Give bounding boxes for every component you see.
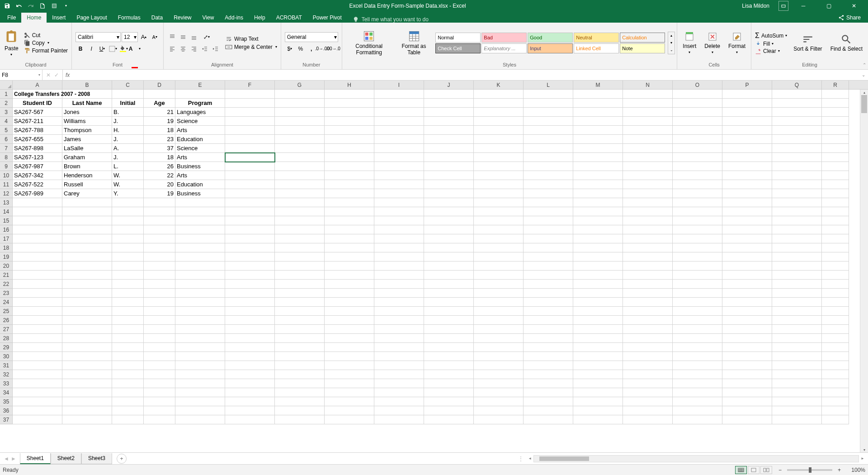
cell-N23[interactable] [623, 289, 673, 298]
save-icon[interactable] [4, 2, 11, 10]
cell-B8[interactable]: Graham [62, 153, 112, 162]
style-explanatory[interactable]: Explanatory ... [481, 43, 527, 53]
cell-L18[interactable] [524, 243, 573, 252]
cell-R34[interactable] [822, 388, 849, 397]
cell-F35[interactable] [225, 397, 275, 406]
cell-B29[interactable] [62, 343, 112, 352]
cell-Q11[interactable] [772, 180, 822, 189]
cell-R3[interactable] [822, 108, 849, 117]
cell-K20[interactable] [474, 261, 524, 271]
cell-G5[interactable] [275, 126, 325, 135]
cell-R6[interactable] [822, 135, 849, 144]
cell-F15[interactable] [225, 216, 275, 225]
cell-N30[interactable] [623, 352, 673, 361]
align-left-icon[interactable] [167, 44, 177, 54]
cell-F1[interactable] [225, 90, 275, 99]
scroll-up-icon[interactable]: ▴ [860, 90, 868, 95]
cell-G35[interactable] [275, 397, 325, 406]
cancel-formula-icon[interactable]: ✕ [46, 72, 51, 78]
cell-R1[interactable] [822, 90, 849, 99]
row-header-10[interactable]: 10 [0, 171, 13, 180]
cell-R27[interactable] [822, 325, 849, 334]
cell-B4[interactable]: Williams [62, 117, 112, 126]
ribbon-tab-insert[interactable]: Insert [47, 13, 71, 23]
cell-Q32[interactable] [772, 370, 822, 379]
cell-K30[interactable] [474, 352, 524, 361]
cell-I2[interactable] [374, 99, 424, 108]
cell-Q27[interactable] [772, 325, 822, 334]
align-middle-icon[interactable] [178, 32, 188, 42]
cell-L35[interactable] [524, 397, 573, 406]
close-button[interactable]: ✕ [844, 0, 864, 11]
cell-K31[interactable] [474, 361, 524, 370]
cell-E24[interactable] [175, 298, 225, 307]
cell-M5[interactable] [573, 126, 623, 135]
new-file-icon[interactable] [39, 2, 46, 10]
cell-I7[interactable] [374, 144, 424, 153]
cell-A8[interactable]: SA267-123 [13, 153, 62, 162]
cell-H20[interactable] [325, 261, 374, 271]
cell-O6[interactable] [673, 135, 722, 144]
cell-P20[interactable] [722, 261, 772, 271]
cell-C12[interactable]: Y. [112, 189, 144, 198]
cell-J29[interactable] [424, 343, 474, 352]
cell-R8[interactable] [822, 153, 849, 162]
cell-J9[interactable] [424, 162, 474, 171]
cell-D28[interactable] [144, 334, 175, 343]
cell-K12[interactable] [474, 189, 524, 198]
cell-L3[interactable] [524, 108, 573, 117]
cell-F27[interactable] [225, 325, 275, 334]
cell-M36[interactable] [573, 406, 623, 415]
cell-J3[interactable] [424, 108, 474, 117]
cell-R28[interactable] [822, 334, 849, 343]
cell-C11[interactable]: W. [112, 180, 144, 189]
cell-E8[interactable]: Arts [175, 153, 225, 162]
col-header-G[interactable]: G [275, 81, 325, 89]
cell-P4[interactable] [722, 117, 772, 126]
cell-F14[interactable] [225, 207, 275, 216]
zoom-percent[interactable]: 100% [843, 467, 865, 473]
cell-N6[interactable] [623, 135, 673, 144]
cell-N2[interactable] [623, 99, 673, 108]
cell-O3[interactable] [673, 108, 722, 117]
cell-N4[interactable] [623, 117, 673, 126]
cell-R13[interactable] [822, 198, 849, 207]
cell-B17[interactable] [62, 234, 112, 243]
tell-me-search[interactable]: Tell me what you want to do [347, 16, 434, 23]
decrease-indent-icon[interactable] [200, 44, 210, 54]
cell-A9[interactable]: SA267-987 [13, 162, 62, 171]
ribbon-tab-data[interactable]: Data [146, 13, 168, 23]
cell-A27[interactable] [13, 325, 62, 334]
cell-O31[interactable] [673, 361, 722, 370]
cell-B2[interactable]: Last Name [62, 99, 112, 108]
cell-M13[interactable] [573, 198, 623, 207]
cell-N3[interactable] [623, 108, 673, 117]
cell-F9[interactable] [225, 162, 275, 171]
cell-I15[interactable] [374, 216, 424, 225]
style-input[interactable]: Input [528, 43, 573, 53]
col-header-I[interactable]: I [374, 81, 424, 89]
cell-O30[interactable] [673, 352, 722, 361]
cell-I10[interactable] [374, 171, 424, 180]
cell-R5[interactable] [822, 126, 849, 135]
cell-K4[interactable] [474, 117, 524, 126]
cell-M25[interactable] [573, 307, 623, 316]
cell-P13[interactable] [722, 198, 772, 207]
cell-I28[interactable] [374, 334, 424, 343]
cell-styles-gallery[interactable]: NormalBadGoodNeutralCalculationCheck Cel… [434, 31, 667, 55]
cell-C22[interactable] [112, 280, 144, 289]
cell-Q26[interactable] [772, 316, 822, 325]
cell-N33[interactable] [623, 379, 673, 388]
cell-L9[interactable] [524, 162, 573, 171]
row-header-1[interactable]: 1 [0, 90, 13, 99]
cell-L23[interactable] [524, 289, 573, 298]
cell-Q4[interactable] [772, 117, 822, 126]
cell-F34[interactable] [225, 388, 275, 397]
cell-G33[interactable] [275, 379, 325, 388]
cell-L12[interactable] [524, 189, 573, 198]
cell-G3[interactable] [275, 108, 325, 117]
cell-E33[interactable] [175, 379, 225, 388]
cell-M11[interactable] [573, 180, 623, 189]
align-right-icon[interactable] [189, 44, 199, 54]
ribbon-tab-power-pivot[interactable]: Power Pivot [307, 13, 347, 23]
